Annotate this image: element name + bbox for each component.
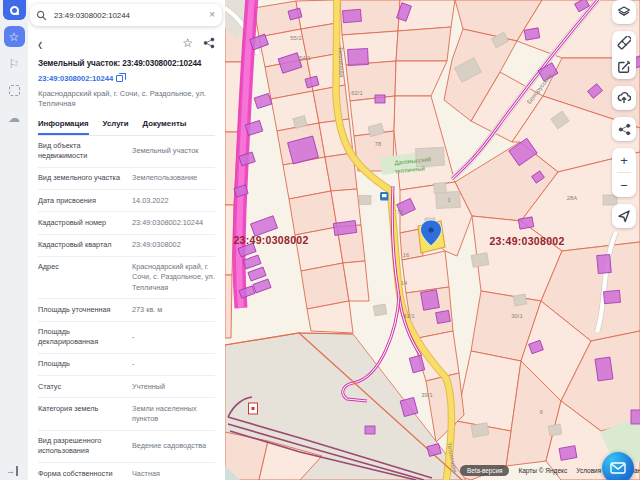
object-address: Краснодарский край, г. Сочи, с. Раздольн… (38, 89, 206, 110)
clear-search-icon[interactable]: × (208, 10, 216, 20)
building (471, 423, 489, 438)
row-label: Кадастровый квартал (38, 240, 124, 250)
tab-information[interactable]: Информация (38, 119, 89, 135)
house-number: 16 (403, 252, 409, 258)
table-row: Площадь декларированная- (38, 322, 215, 354)
building (471, 253, 489, 268)
building (359, 196, 371, 205)
zoom-in-button[interactable]: + (612, 148, 636, 172)
back-button[interactable]: ‹ (38, 34, 42, 52)
favorites-star-icon[interactable]: ☆ (4, 26, 25, 47)
quarter-label: 23:49:0308002 (233, 234, 308, 246)
parcel (396, 27, 451, 61)
map-share-icon[interactable] (612, 117, 636, 141)
building-oks (559, 446, 577, 461)
building-oks (518, 217, 534, 229)
row-value: - (132, 359, 215, 369)
street-label: Тепличная (337, 46, 345, 77)
table-row: Вид разрешенного использованияВедение са… (38, 431, 215, 463)
row-value: Земельный участок (132, 146, 215, 156)
row-value: Краснодарский край, г. Сочи, с. Раздольн… (132, 262, 215, 293)
flag-icon[interactable]: ⚐ (4, 53, 25, 74)
pipeline-marker-dot (252, 407, 255, 410)
table-row: Площадь уточненная273 кв. м (38, 299, 215, 321)
locate-icon[interactable] (612, 204, 636, 228)
row-label: Форма собственности (38, 469, 124, 479)
row-label: Кадастровый номер (38, 218, 124, 228)
bus-stop-glyph (382, 194, 387, 197)
row-label: Площадь декларированная (38, 327, 124, 347)
layers-icon[interactable] (612, 0, 636, 24)
exit-icon[interactable]: → (6, 466, 18, 476)
building-oks (524, 28, 540, 40)
chat-button[interactable] (602, 452, 634, 480)
row-value: - (132, 332, 215, 342)
tab-documents[interactable]: Документы (143, 119, 187, 135)
page-title: Земельный участок: 23:49:0308002:10244 (38, 59, 215, 68)
building (434, 183, 447, 194)
map-copyright[interactable]: Карты © Яндекс (518, 467, 567, 474)
row-value: 273 кв. м (132, 305, 215, 315)
row-label: Дата присвоения (38, 196, 124, 206)
table-row: Вид земельного участкаЗемлепользование (38, 168, 215, 190)
row-value: Ведение садоводства (132, 441, 215, 451)
share-icon[interactable] (203, 37, 215, 49)
row-label: Статус (38, 382, 124, 392)
house-number: 28А (567, 195, 577, 201)
building-oks (365, 426, 375, 434)
building-oks (375, 95, 385, 103)
search-bar[interactable]: × (30, 4, 222, 26)
table-row: Кадастровый номер23:49:0308002:10244 (38, 212, 215, 234)
row-label: Площадь уточненная (38, 305, 124, 315)
search-input[interactable] (52, 10, 208, 21)
house-number: 41/1 (403, 313, 414, 319)
map-canvas[interactable]: 23:49:030800223:49:0308002Дагомысскийтеп… (225, 0, 640, 480)
house-number: 54/1 (299, 55, 310, 61)
table-row: Кадастровый квартал23:49:0308002 (38, 235, 215, 257)
building-oks (421, 290, 440, 311)
cloud-upload-icon[interactable] (612, 86, 636, 110)
quarter-label: 23:49:0308002 (489, 235, 564, 247)
building-oks (348, 48, 369, 65)
table-row: Площадь- (38, 354, 215, 376)
row-value: 23:49:0308002:10244 (132, 218, 215, 228)
row-label: Категория земель (38, 404, 124, 424)
building-oks (604, 290, 621, 303)
row-label: Адрес (38, 262, 124, 293)
house-number: 55/2 (290, 35, 301, 41)
row-value: Учтенный (132, 382, 215, 392)
app-logo-icon[interactable] (3, 0, 26, 20)
parcel (313, 85, 349, 123)
row-label: Вид разрешенного использования (38, 436, 124, 456)
map-geometry: 23:49:030800223:49:0308002Дагомысскийтеп… (225, 0, 640, 480)
edit-icon[interactable] (612, 55, 636, 79)
house-number: 78 (375, 141, 381, 147)
table-row: Категория земельЗемли населенных пунктов (38, 398, 215, 430)
row-value: Землепользование (132, 173, 215, 183)
building-oks (597, 254, 612, 273)
zoom-out-button[interactable]: − (612, 173, 636, 197)
building (373, 304, 387, 316)
cadastral-number-link[interactable]: 23:49:0308002:10244 (38, 74, 215, 83)
house-number: 39/1 (421, 392, 432, 398)
ruler-icon[interactable] (612, 31, 636, 55)
cloud-icon[interactable]: ☁ (4, 107, 25, 128)
house-number: 76 (397, 209, 403, 215)
building-oks (333, 221, 356, 236)
envelope-icon (610, 462, 626, 474)
tab-services[interactable]: Услуги (103, 119, 129, 135)
copy-icon[interactable] (116, 75, 123, 82)
search-icon (36, 10, 47, 21)
row-value: 14.03.2022 (132, 196, 215, 206)
map-pin-dot (428, 227, 433, 232)
panel-tabs: Информация Услуги Документы (38, 119, 215, 136)
building-oks (343, 9, 362, 23)
attributes-table: Вид объекта недвижимостиЗемельный участо… (28, 136, 225, 480)
row-value: Частная (132, 469, 215, 479)
favorite-toggle-icon[interactable]: ☆ (182, 36, 193, 50)
row-value: Земли населенных пунктов (132, 404, 215, 424)
table-row: АдресКраснодарский край, г. Сочи, с. Раз… (38, 257, 215, 300)
building-oks (595, 357, 613, 381)
select-area-icon[interactable] (4, 80, 25, 101)
map-toolbar: + − (612, 0, 636, 228)
